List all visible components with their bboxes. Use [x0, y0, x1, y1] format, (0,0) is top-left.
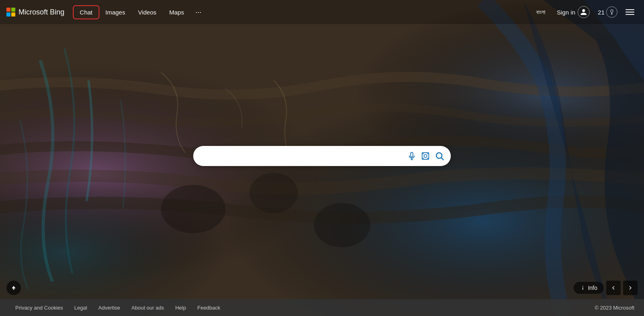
search-box: [193, 146, 451, 166]
copyright-text: © 2023 Microsoft: [595, 305, 634, 311]
main-nav: Chat Images Videos Maps ···: [74, 6, 205, 19]
search-input[interactable]: [200, 152, 407, 160]
image-next-button[interactable]: [623, 281, 638, 295]
search-button[interactable]: [435, 151, 444, 161]
header-right: বাংলা Sign in 21: [533, 4, 638, 20]
nav-images[interactable]: Images: [100, 6, 131, 18]
header: Microsoft Bing Chat Images Videos Maps ·…: [0, 0, 644, 24]
points-badge[interactable]: 21: [598, 6, 617, 18]
nav-more-dots[interactable]: ···: [191, 6, 205, 19]
svg-point-13: [424, 154, 427, 157]
hamburger-line-2: [625, 12, 634, 12]
svg-point-7: [314, 203, 370, 247]
info-label: Info: [588, 285, 597, 291]
svg-point-5: [161, 185, 225, 233]
mic-button[interactable]: [407, 152, 416, 160]
footer-help-link[interactable]: Help: [169, 305, 192, 311]
logo-area[interactable]: Microsoft Bing: [6, 8, 64, 16]
svg-rect-9: [411, 152, 413, 157]
hamburger-line-3: [625, 14, 634, 15]
nav-maps[interactable]: Maps: [164, 6, 190, 18]
svg-point-20: [582, 286, 583, 287]
hamburger-line-1: [625, 9, 634, 10]
image-prev-button[interactable]: [606, 281, 621, 295]
points-count: 21: [598, 9, 605, 16]
scroll-controls: [6, 281, 21, 295]
footer-advertise-link[interactable]: Advertise: [93, 305, 126, 311]
svg-point-8: [611, 10, 613, 12]
info-nav-area: Info: [574, 281, 638, 295]
footer-feedback-link[interactable]: Feedback: [192, 305, 226, 311]
nav-chat[interactable]: Chat: [74, 6, 98, 18]
footer-about-ads-link[interactable]: About our ads: [126, 305, 170, 311]
footer-privacy-link[interactable]: Privacy and Cookies: [10, 305, 69, 311]
search-icons: [407, 151, 444, 161]
search-container: [193, 146, 451, 166]
footer-legal-link[interactable]: Legal: [69, 305, 93, 311]
visual-search-button[interactable]: [421, 152, 430, 160]
info-button[interactable]: Info: [574, 282, 604, 294]
hamburger-menu-button[interactable]: [622, 8, 638, 16]
user-avatar-icon: [578, 6, 590, 18]
microsoft-logo-icon: [6, 8, 15, 16]
logo-text: Microsoft Bing: [19, 8, 64, 16]
sign-in-button[interactable]: Sign in: [553, 4, 593, 20]
svg-line-19: [442, 158, 444, 160]
svg-point-18: [436, 153, 442, 158]
scroll-up-button[interactable]: [6, 281, 21, 295]
rewards-icon: [606, 6, 617, 18]
sign-in-label: Sign in: [557, 9, 575, 16]
svg-point-6: [250, 173, 298, 213]
language-button[interactable]: বাংলা: [533, 7, 549, 17]
nav-videos[interactable]: Videos: [132, 6, 162, 18]
footer-bar: Privacy and Cookies Legal Advertise Abou…: [0, 299, 644, 316]
